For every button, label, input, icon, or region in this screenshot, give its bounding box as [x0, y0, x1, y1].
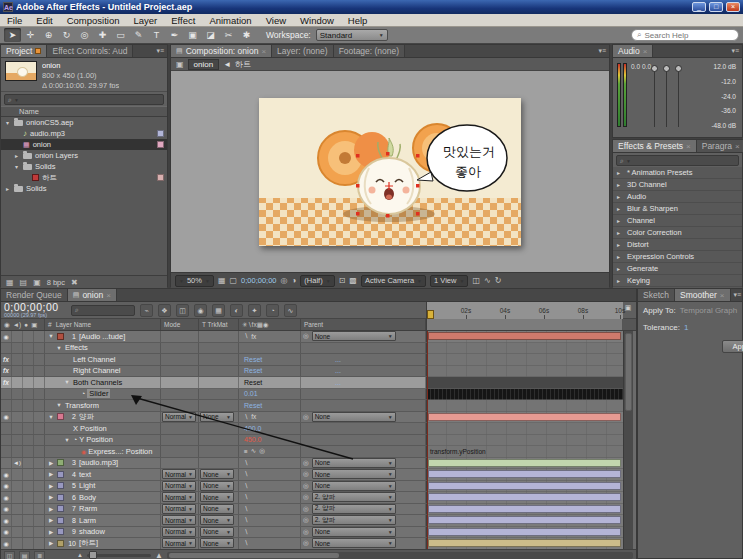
solo-switch[interactable]	[23, 469, 34, 480]
video-switch-icon[interactable]: ◉	[1, 527, 12, 538]
track-area[interactable]	[426, 458, 623, 470]
video-switch-icon[interactable]: ◉	[1, 504, 12, 515]
track-area[interactable]	[426, 492, 623, 504]
timeline-row-Rarm[interactable]: ◉▶7RarmNormal▼None▼∖◎2. 양파▼	[1, 504, 636, 516]
tolerance-value[interactable]: 1	[684, 323, 688, 332]
timeline-row-[하트][interactable]: ◉▶10[하트]Normal▼None▼∖◎None▼	[1, 538, 636, 549]
help-search-box[interactable]: ⌕	[631, 29, 739, 41]
label-color-chip[interactable]	[157, 141, 164, 148]
effects-category-row[interactable]: ▸Generate	[613, 263, 742, 275]
lock-switch[interactable]	[34, 492, 45, 503]
parent-pick-whip-icon[interactable]: ◎	[303, 539, 309, 547]
expander-icon[interactable]: ▼	[55, 402, 63, 408]
solo-switch[interactable]	[23, 481, 34, 492]
timeline-ruler[interactable]: 02s04s06s08s10s	[426, 302, 623, 319]
track-area[interactable]	[426, 343, 623, 355]
layer-name[interactable]: Body	[79, 493, 96, 502]
lock-switch[interactable]	[34, 366, 45, 377]
layer-switches[interactable]: ∖	[244, 413, 248, 421]
layer-duration-bar[interactable]	[428, 332, 621, 340]
delete-icon[interactable]: ✖	[71, 278, 78, 287]
fx-switch[interactable]: fx	[251, 333, 256, 340]
solo-switch[interactable]	[23, 458, 34, 469]
track-area[interactable]	[426, 538, 623, 549]
interpret-footage-icon[interactable]: ▦	[6, 278, 14, 287]
roto-brush-tool[interactable]: ✂	[220, 28, 237, 42]
effects-category-row[interactable]: ▸Blur & Sharpen	[613, 203, 742, 215]
lock-switch[interactable]	[34, 354, 45, 365]
trkmat-select[interactable]: None▼	[200, 469, 234, 479]
layer-duration-bar[interactable]	[428, 539, 621, 547]
expander-icon[interactable]: ▸	[617, 169, 623, 176]
layer-color-chip[interactable]	[57, 459, 64, 466]
expander-icon[interactable]: ▶	[47, 540, 55, 546]
solo-switch[interactable]	[23, 377, 34, 388]
expand-in-out-button[interactable]: ≣	[34, 551, 45, 559]
snapshot-icon[interactable]: ◎	[281, 276, 288, 285]
parent-select[interactable]: 2. 양파▼	[312, 504, 396, 514]
expander-icon[interactable]: ▸	[13, 152, 20, 159]
timeline-row-[Audio ...tude][interactable]: ◉▼1[Audio ...tude]∖fx◎None▼	[1, 331, 636, 343]
solo-switch[interactable]	[23, 400, 34, 411]
trkmat-select[interactable]: None▼	[200, 492, 234, 502]
parent-pick-whip-icon[interactable]: ◎	[303, 459, 309, 467]
timeline-search-input[interactable]	[81, 307, 131, 314]
layer-color-chip[interactable]	[57, 528, 64, 535]
close-icon[interactable]: ×	[735, 142, 740, 151]
property-value[interactable]: Reset	[244, 367, 262, 374]
type-tool[interactable]: T	[148, 28, 165, 42]
expander-icon[interactable]: ▸	[617, 205, 623, 212]
track-area[interactable]: transform.yPosition	[426, 446, 623, 458]
tree-item[interactable]: ♪audio.mp3	[1, 128, 167, 139]
tree-item[interactable]: ▾onionCS5.aep	[1, 117, 167, 128]
comp-mini-flowchart-button[interactable]: ⌁	[140, 304, 153, 317]
parent-select[interactable]: 2. 양파▼	[312, 492, 396, 502]
expander-icon[interactable]: ▸	[617, 229, 623, 236]
effects-category-row[interactable]: ▸Expression Controls	[613, 251, 742, 263]
parent-pick-whip-icon[interactable]: ◎	[303, 332, 309, 340]
layer-duration-bar[interactable]	[428, 516, 621, 524]
eraser-tool[interactable]: ◪	[202, 28, 219, 42]
expander-icon[interactable]: ▼	[55, 345, 63, 351]
selection-tool[interactable]: ➤	[4, 28, 21, 42]
composition-viewport[interactable]: 맛있는거 좋아	[171, 71, 609, 272]
current-time-indicator-handle[interactable]	[427, 310, 434, 319]
apply-button[interactable]: Apply	[722, 340, 743, 353]
parent-pick-whip-icon[interactable]: ◎	[303, 493, 309, 501]
timeline-row-Express...: Position[interactable]: ◉Express...: Position≡∿◎transform.yPosit…	[1, 446, 636, 458]
property-name[interactable]: X Position	[73, 424, 107, 433]
expander-icon[interactable]: ▶	[47, 483, 55, 489]
solo-switch[interactable]	[23, 331, 34, 342]
parent-pick-whip-icon[interactable]: ◎	[303, 470, 309, 478]
show-channel-icon[interactable]: ◑	[291, 276, 296, 285]
parent-column-header[interactable]: Parent	[301, 319, 426, 330]
layer-color-chip[interactable]	[57, 482, 64, 489]
camera-select[interactable]: Active Camera▼	[361, 275, 426, 287]
layer-color-chip[interactable]	[57, 333, 64, 340]
layer-name[interactable]: [Audio ...tude]	[79, 332, 125, 341]
hide-shy-layers-button[interactable]: ◉	[194, 304, 207, 317]
draft-3d-button[interactable]: ◫	[176, 304, 189, 317]
close-icon[interactable]: ×	[106, 291, 111, 300]
comp-marker-bin[interactable]: ▣	[623, 304, 633, 317]
track-area[interactable]	[426, 366, 623, 378]
video-switch-icon[interactable]: ◉	[1, 412, 12, 423]
lock-switch[interactable]	[34, 400, 45, 411]
video-switch-icon[interactable]: ◉	[1, 481, 12, 492]
video-switch-icon[interactable]: ◉	[1, 515, 12, 526]
expander-icon[interactable]: ▶	[47, 529, 55, 535]
solo-switch[interactable]	[23, 492, 34, 503]
timeline-row-[audio.mp3][interactable]: ◄)▶3[audio.mp3]∖◎None▼	[1, 458, 636, 470]
effects-category-row[interactable]: ▸* Animation Presets	[613, 167, 742, 179]
menu-file[interactable]: File	[0, 14, 29, 26]
track-area[interactable]	[426, 481, 623, 493]
solo-switch[interactable]	[23, 538, 34, 549]
track-area[interactable]	[426, 377, 623, 389]
layer-name[interactable]: Larm	[79, 516, 96, 525]
track-area[interactable]	[426, 400, 623, 412]
property-name[interactable]: Right Channel	[73, 366, 121, 375]
trkmat-select[interactable]: None▼	[200, 527, 234, 537]
layer-switches[interactable]: ∖	[244, 459, 248, 467]
tab-render-queue[interactable]: Render Queue	[1, 289, 68, 301]
layer-color-chip[interactable]	[57, 494, 64, 501]
